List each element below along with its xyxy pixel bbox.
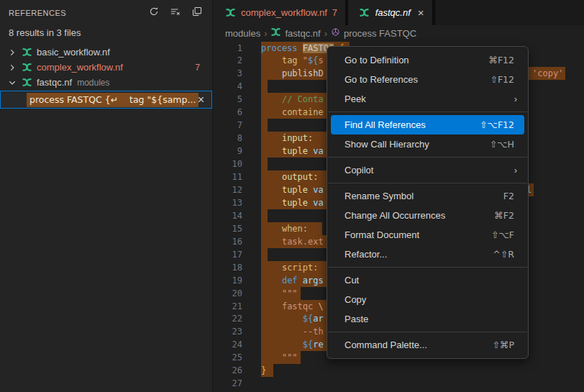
menu-item-shortcut: ⇧⌘P [492, 339, 514, 350]
menu-item-shortcut: ^⇧R [493, 249, 514, 260]
code-fragment: 'copy' [530, 67, 565, 80]
code-line[interactable]: output: [261, 170, 318, 183]
code-token: def [282, 275, 298, 286]
code-token [261, 352, 282, 363]
tab-complex_workflow-nf[interactable]: complex_workflow.nf7 [214, 0, 348, 25]
menu-item-find-all-references[interactable]: Find All References⇧⌥F12 [331, 115, 524, 135]
tab-label: fastqc.nf [375, 7, 411, 18]
breadcrumb-item-fastqc-nf[interactable]: fastqc.nf [270, 27, 320, 40]
line-number: 8 [214, 132, 242, 145]
line-number: 7 [214, 119, 242, 132]
menu-item-label: Copilot [345, 165, 514, 176]
refresh-button[interactable] [146, 5, 162, 21]
tree-item-basic_workflow-nf[interactable]: basic_workflow.nf [0, 45, 212, 60]
code-token [261, 314, 303, 324]
menu-item-show-call-hierarchy[interactable]: Show Call Hierarchy⇧⌥H [331, 135, 524, 154]
menu-item-format-document[interactable]: Format Document⇧⌥F [331, 225, 524, 245]
code-line[interactable]: """ [261, 287, 298, 300]
code-line[interactable]: fastqc \ [261, 300, 324, 313]
menu-item-copy[interactable]: Copy [331, 290, 524, 309]
code-token: ${ [303, 339, 313, 350]
menu-item-label: Format Document [345, 229, 491, 240]
code-line[interactable]: } [261, 364, 266, 377]
line-number: 18 [214, 261, 242, 274]
nextflow-file-icon [270, 27, 281, 40]
close-tab-icon[interactable]: × [418, 7, 424, 18]
menu-item-go-to-references[interactable]: Go to References⇧F12 [331, 70, 524, 89]
symbol-process-icon [331, 27, 340, 39]
code-token: """ [282, 288, 298, 298]
nextflow-file-icon [359, 7, 370, 19]
menu-item-peek[interactable]: Peek› [331, 89, 524, 109]
code-line[interactable]: tag "${s [261, 54, 324, 67]
code-line[interactable]: tuple va [261, 145, 324, 158]
tree-item-complex_workflow-nf[interactable]: complex_workflow.nf7 [0, 60, 212, 75]
menu-item-copilot[interactable]: Copilot› [331, 160, 524, 180]
menu-item-change-all-occurrences[interactable]: Change All Occurrences⌘F2 [331, 206, 524, 225]
reference-highlight [261, 158, 268, 170]
menu-item-rename-symbol[interactable]: Rename SymbolF2 [331, 186, 524, 206]
results-summary: 8 results in 3 files [0, 25, 212, 45]
dismiss-reference-icon[interactable]: × [198, 94, 204, 106]
tab-fastqc-nf[interactable]: fastqc.nf× [348, 0, 435, 25]
clear-results-button[interactable] [168, 5, 183, 21]
tab-bar: complex_workflow.nf7fastqc.nf× [214, 0, 584, 25]
line-number: 24 [214, 338, 242, 351]
code-line[interactable]: publishD [261, 67, 324, 80]
code-token [261, 172, 282, 182]
code-token [261, 263, 282, 273]
code-line[interactable]: containe [261, 106, 324, 119]
code-token: re [313, 339, 323, 350]
code-line[interactable]: def args [261, 274, 324, 287]
line-number: 19 [214, 274, 242, 287]
code-line[interactable]: tuple va [261, 196, 324, 209]
code-token [261, 133, 282, 143]
menu-item-label: Go to References [345, 74, 490, 85]
line-number: 6 [214, 106, 242, 119]
collapse-all-button[interactable] [189, 5, 205, 21]
code-line[interactable]: ${re [261, 338, 324, 351]
file-description: modules [77, 78, 109, 88]
code-line[interactable]: script: [261, 261, 318, 274]
menu-item-go-to-definition[interactable]: Go to Definition⌘F12 [331, 50, 524, 70]
menu-item-paste[interactable]: Paste [331, 309, 524, 329]
line-number: 25 [214, 351, 242, 364]
menu-item-shortcut: ⇧⌥F [491, 229, 514, 240]
code-line[interactable]: ${ar [261, 312, 324, 325]
chevron-right-icon[interactable] [6, 47, 18, 58]
tree-item-fastqc-nf[interactable]: fastqc.nfmodules [0, 75, 212, 90]
code-token [261, 275, 282, 286]
breadcrumb-item-process-FASTQC[interactable]: process FASTQC [331, 27, 416, 39]
menu-item-label: Paste [345, 314, 514, 324]
code-token: tuple [282, 185, 308, 195]
code-token: script: [282, 263, 319, 273]
code-token: process [261, 43, 298, 53]
menu-item-refactor-[interactable]: Refactor...^⇧R [331, 245, 524, 264]
code-line[interactable]: task.ext [261, 235, 324, 248]
code-line[interactable]: input: [261, 132, 313, 145]
menu-item-shortcut: ⇧⌥H [490, 139, 514, 150]
chevron-right-icon[interactable] [6, 62, 18, 73]
breadcrumb-separator: › [264, 28, 267, 39]
code-line[interactable]: --th [261, 325, 324, 338]
code-line[interactable]: when: [261, 222, 308, 235]
nextflow-file-icon [21, 62, 32, 73]
chevron-down-icon[interactable] [6, 77, 18, 88]
code-token: input: [282, 133, 313, 143]
code-token [261, 327, 303, 337]
menu-item-shortcut: ⇧⌥F12 [480, 119, 514, 130]
refresh-icon [149, 6, 159, 19]
code-token [261, 185, 282, 195]
breadcrumb-item-modules[interactable]: modules [225, 28, 260, 39]
menu-item-cut[interactable]: Cut [331, 270, 524, 290]
code-line[interactable]: tuple va [261, 183, 324, 196]
menu-item-shortcut: ⌘F2 [494, 210, 514, 221]
line-number: 13 [214, 196, 242, 209]
menu-item-command-palette-[interactable]: Command Palette...⇧⌘P [331, 335, 524, 355]
code-token: tag [282, 55, 298, 65]
line-number: 11 [214, 170, 242, 183]
code-line[interactable]: // Conta [261, 93, 324, 106]
code-line[interactable]: """ [261, 351, 298, 364]
menu-item-label: Cut [345, 275, 514, 286]
selected-reference-item[interactable]: process FASTQC {↵ tag "${samp...× [0, 91, 212, 109]
